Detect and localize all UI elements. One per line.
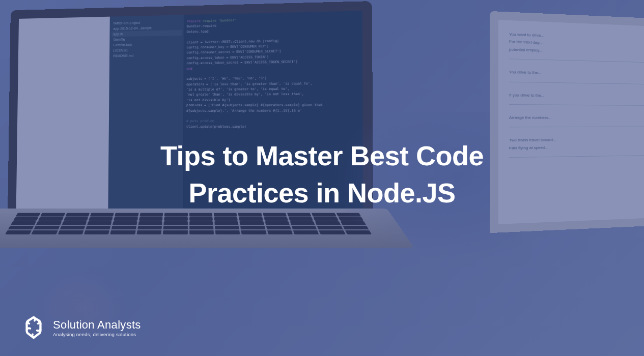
headline-line-2: Practices in Node.JS [32, 174, 612, 212]
company-tagline: Analysing needs, delivering solutions [53, 332, 141, 337]
headline-line-1: Tips to Master Best Code [32, 137, 612, 174]
logo-text: Solution Analysts Analysing needs, deliv… [53, 318, 141, 337]
company-logo-icon [21, 315, 46, 340]
logo-area: Solution Analysts Analysing needs, deliv… [21, 315, 141, 340]
company-name: Solution Analysts [53, 318, 141, 332]
headline: Tips to Master Best Code Practices in No… [32, 137, 612, 212]
